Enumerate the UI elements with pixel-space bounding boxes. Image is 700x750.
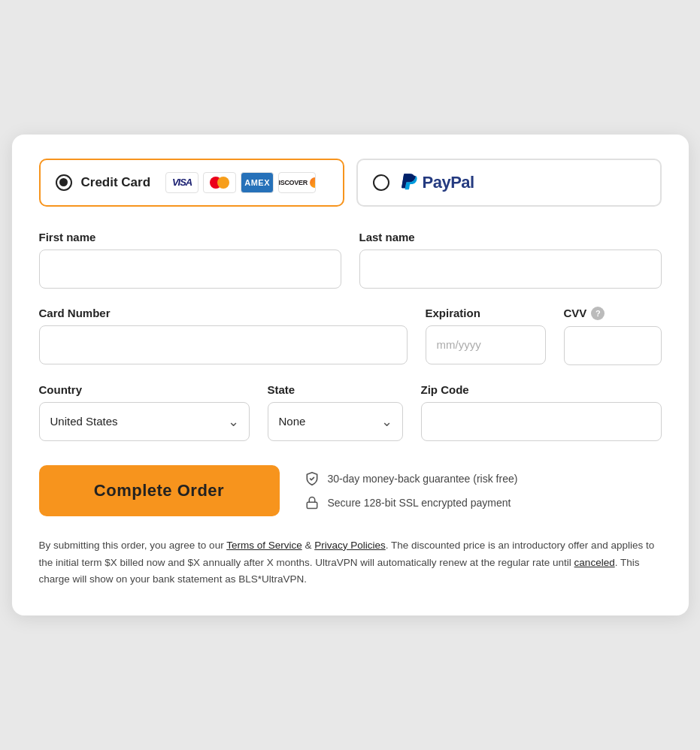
complete-order-button[interactable]: Complete Order xyxy=(39,465,280,516)
state-group: State None Alabama Alaska California New… xyxy=(268,383,403,441)
guarantee-badge: 30-day money-back guarantee (risk free) xyxy=(304,470,518,487)
amex-icon: AMEX xyxy=(241,172,274,193)
ssl-badge: Secure 128-bit SSL encrypted payment xyxy=(304,494,518,511)
privacy-policies-link[interactable]: Privacy Policies xyxy=(314,540,386,551)
paypal-logo: PayPal xyxy=(398,172,474,193)
cvv-help-icon[interactable]: ? xyxy=(591,307,605,320)
paypal-text: PayPal xyxy=(423,173,474,192)
security-badges: 30-day money-back guarantee (risk free) … xyxy=(304,470,518,511)
first-name-label: First name xyxy=(39,231,341,243)
mastercard-icon xyxy=(203,172,236,193)
credit-card-radio[interactable] xyxy=(56,174,72,191)
cvv-label: CVV xyxy=(564,307,587,319)
cvv-label-row: CVV ? xyxy=(564,307,662,320)
paypal-option[interactable]: PayPal xyxy=(356,159,662,207)
expiration-input[interactable] xyxy=(426,325,546,364)
first-name-input[interactable] xyxy=(39,249,341,289)
zip-input[interactable] xyxy=(421,402,662,441)
ssl-text: Secure 128-bit SSL encrypted payment xyxy=(328,497,511,509)
zip-label: Zip Code xyxy=(421,383,662,396)
card-number-input[interactable] xyxy=(39,325,408,364)
canceled-link[interactable]: canceled xyxy=(574,557,615,568)
payment-form-card: Credit Card VISA AMEX DISCOVER xyxy=(12,135,689,616)
state-label: State xyxy=(268,383,403,396)
name-row: First name Last name xyxy=(39,231,662,289)
action-row: Complete Order 30-day money-back guarant… xyxy=(39,465,662,516)
country-group: Country United States Canada United King… xyxy=(39,383,250,441)
card-details-row: Card Number Expiration CVV ? xyxy=(39,307,662,365)
cvv-input[interactable] xyxy=(564,326,662,365)
expiration-group: Expiration xyxy=(426,307,546,365)
paypal-icon xyxy=(398,172,420,193)
paypal-radio[interactable] xyxy=(373,174,389,191)
legal-text: By submitting this order, you agree to o… xyxy=(39,537,662,589)
shield-icon xyxy=(304,470,320,487)
location-row: Country United States Canada United King… xyxy=(39,383,662,441)
guarantee-text: 30-day money-back guarantee (risk free) xyxy=(328,473,518,485)
zip-group: Zip Code xyxy=(421,383,662,441)
expiration-label: Expiration xyxy=(426,307,546,319)
last-name-input[interactable] xyxy=(359,249,662,289)
last-name-label: Last name xyxy=(359,231,662,243)
first-name-group: First name xyxy=(39,231,341,289)
credit-card-option[interactable]: Credit Card VISA AMEX DISCOVER xyxy=(39,159,344,207)
state-select[interactable]: None Alabama Alaska California New York … xyxy=(268,402,403,441)
last-name-group: Last name xyxy=(359,231,662,289)
card-icons: VISA AMEX DISCOVER xyxy=(165,172,316,193)
card-number-group: Card Number xyxy=(39,307,408,365)
payment-methods-row: Credit Card VISA AMEX DISCOVER xyxy=(39,159,662,207)
legal-between: & xyxy=(302,540,315,551)
state-select-wrapper: None Alabama Alaska California New York … xyxy=(268,402,403,441)
card-number-label: Card Number xyxy=(39,307,408,319)
lock-icon xyxy=(304,494,320,511)
country-select-wrapper: United States Canada United Kingdom Aust… xyxy=(39,402,250,441)
terms-of-service-link[interactable]: Terms of Service xyxy=(226,540,302,551)
legal-before: By submitting this order, you agree to o… xyxy=(39,540,227,551)
discover-icon: DISCOVER xyxy=(278,172,316,193)
country-select[interactable]: United States Canada United Kingdom Aust… xyxy=(39,402,250,441)
visa-icon: VISA xyxy=(165,172,198,193)
country-label: Country xyxy=(39,383,250,396)
credit-card-label: Credit Card xyxy=(81,175,151,190)
cvv-group: CVV ? xyxy=(564,307,662,365)
svg-rect-0 xyxy=(307,502,317,508)
